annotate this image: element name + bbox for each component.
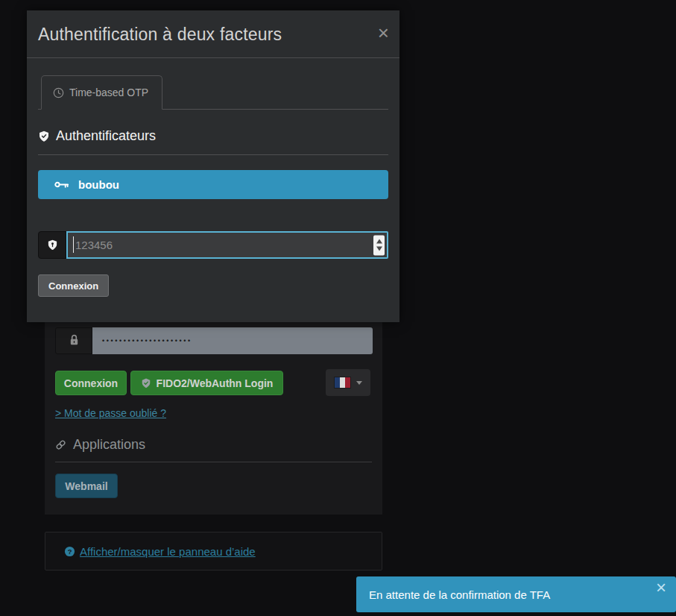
password-masked-value: ••••••••••••••••••••• [102,337,192,345]
help-toggle-label: Afficher/masquer le panneau d’aide [80,545,256,558]
clock-icon [53,87,64,98]
tab-time-based-otp[interactable]: Time-based OTP [41,75,162,110]
france-flag-icon [335,377,350,388]
fido-login-label: FIDO2/WebAuthn Login [157,377,274,389]
help-toggle-link[interactable]: ? Afficher/masquer le panneau d’aide [64,545,256,558]
help-box: ? Afficher/masquer le panneau d’aide [45,532,382,571]
svg-text:?: ? [68,547,72,555]
shield-check-icon [141,377,151,389]
spinner-down-icon[interactable] [376,247,382,251]
password-group: ••••••••••••••••••••• [55,327,373,354]
applications-title: Applications [73,437,145,453]
authenticators-title: Authentificateurs [56,128,156,144]
forgot-password-link[interactable]: > Mot de passe oublié ? [55,407,166,419]
lock-icon [69,333,80,349]
authenticator-label: boubou [78,178,119,191]
authenticators-divider [38,154,388,155]
password-field[interactable]: ••••••••••••••••••••• [92,327,373,354]
number-spinner[interactable] [373,235,385,255]
tfa-modal: Authentification à deux facteurs × Time-… [27,10,399,322]
language-dropdown[interactable] [326,369,370,396]
applications-heading: Applications [55,437,145,453]
chevron-down-icon [356,381,362,385]
fido-login-button[interactable]: FIDO2/WebAuthn Login [130,371,283,395]
login-page: ••••••••••••••••••••• Connexion FIDO2/We… [0,0,676,616]
modal-header: Authentification à deux facteurs × [27,10,399,58]
otp-input-group [38,231,388,259]
text-cursor [73,236,74,253]
login-connexion-button[interactable]: Connexion [55,371,127,395]
link-icon [55,439,66,450]
toast-close-icon[interactable]: × [656,577,666,599]
shield-keyhole-icon [47,239,58,251]
tfa-toast: En attente de la confirmation de TFA × [356,576,676,612]
authenticators-heading: Authentificateurs [38,128,156,144]
close-icon[interactable]: × [378,23,389,43]
tab-label: Time-based OTP [69,87,148,98]
question-circle-icon: ? [64,546,75,557]
authenticator-item-boubou[interactable]: boubou [38,170,388,199]
spinner-up-icon[interactable] [376,239,382,244]
otp-code-input[interactable] [66,231,388,259]
otp-addon [38,231,66,259]
modal-title: Authentification à deux facteurs [38,25,282,45]
otp-submit-button[interactable]: Connexion [38,274,109,297]
webmail-button[interactable]: Webmail [55,474,118,498]
key-icon [54,180,69,189]
shield-check-icon [38,130,50,143]
otp-input-wrap [66,231,388,259]
applications-divider [55,462,372,462]
password-addon [55,327,92,354]
toast-message: En attente de la confirmation de TFA [369,588,550,601]
tab-bar: Time-based OTP [38,75,388,110]
